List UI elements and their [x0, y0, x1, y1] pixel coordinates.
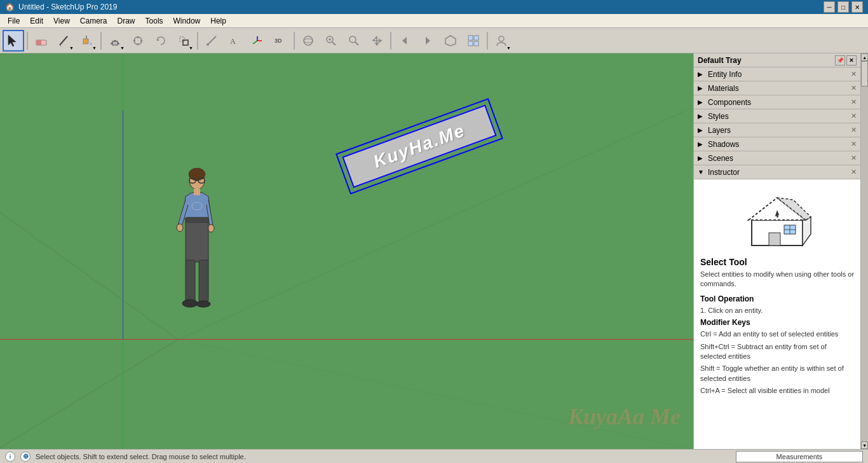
- tray-item-materials[interactable]: ▶ Materials ✕: [694, 81, 860, 95]
- paint-bucket-button[interactable]: ▼: [76, 30, 98, 52]
- svg-rect-2: [36, 40, 41, 45]
- components-close[interactable]: ✕: [851, 98, 857, 106]
- zoom-extents-button[interactable]: [343, 30, 365, 52]
- previous-view-button[interactable]: [394, 30, 416, 52]
- tape-measure-button[interactable]: [201, 30, 222, 52]
- viewport[interactable]: KuyHa.Me KuyaAa Me: [0, 53, 693, 449]
- right-panel-wrapper: Default Tray 📌 ✕ ▶ Entity Info ✕ ▶ Mater…: [693, 53, 868, 449]
- axes-button[interactable]: [247, 30, 268, 52]
- scroll-down-button[interactable]: ▼: [861, 441, 868, 449]
- next-view-button[interactable]: [417, 30, 438, 52]
- entity-info-close[interactable]: ✕: [851, 70, 857, 78]
- tray-item-components[interactable]: ▶ Components ✕: [694, 95, 860, 109]
- measurements-box[interactable]: Measurements: [736, 451, 863, 462]
- svg-point-56: [182, 300, 198, 307]
- svg-point-19: [207, 43, 209, 46]
- toolbar-separator-5: [390, 32, 391, 50]
- title-bar: 🏠 Untitled - SketchUp Pro 2019 ─ □ ✕: [0, 0, 868, 14]
- svg-point-6: [90, 43, 92, 45]
- maximize-button[interactable]: □: [837, 1, 849, 13]
- svg-marker-33: [402, 37, 407, 45]
- entity-info-arrow: ▶: [698, 71, 704, 78]
- select-tool-button[interactable]: [3, 30, 24, 52]
- styles-arrow: ▶: [698, 113, 704, 120]
- app-title: Untitled - SketchUp Pro 2019: [18, 3, 117, 11]
- svg-marker-35: [445, 36, 456, 46]
- tray-controls[interactable]: 📌 ✕: [835, 55, 857, 66]
- scroll-thumb[interactable]: [861, 61, 868, 86]
- svg-rect-9: [112, 41, 118, 45]
- 3d-text-button[interactable]: 3D: [269, 30, 291, 52]
- zoom-button[interactable]: [320, 30, 342, 52]
- instructor-title: Select Tool: [700, 257, 854, 267]
- menu-camera[interactable]: Camera: [75, 15, 112, 27]
- text-tool-button[interactable]: A: [224, 30, 245, 52]
- menu-view[interactable]: View: [48, 15, 75, 27]
- tray-item-shadows[interactable]: ▶ Shadows ✕: [694, 137, 860, 151]
- tray-item-layers[interactable]: ▶ Layers ✕: [694, 123, 860, 137]
- menu-tools[interactable]: Tools: [140, 15, 168, 27]
- cursor-icon: ⊕: [20, 452, 31, 462]
- menu-window[interactable]: Window: [168, 15, 206, 27]
- rotate-button[interactable]: [150, 30, 172, 52]
- svg-rect-39: [474, 41, 478, 46]
- close-button[interactable]: ✕: [851, 1, 863, 13]
- pan-button[interactable]: [366, 30, 388, 52]
- svg-rect-53: [186, 218, 208, 223]
- svg-marker-0: [8, 35, 16, 46]
- svg-rect-54: [186, 260, 195, 301]
- menu-edit[interactable]: Edit: [25, 15, 48, 27]
- tray-pin-button[interactable]: 📌: [835, 55, 845, 66]
- app-icon: 🏠: [5, 3, 15, 11]
- instructor-description: Select entities to modify when using oth…: [700, 270, 854, 289]
- layers-close[interactable]: ✕: [851, 126, 857, 134]
- eraser-tool-button[interactable]: [31, 30, 52, 52]
- right-panel: Default Tray 📌 ✕ ▶ Entity Info ✕ ▶ Mater…: [693, 53, 860, 449]
- instructor-label: Instructor: [708, 168, 740, 177]
- tray-item-instructor[interactable]: ▼ Instructor ✕: [694, 165, 860, 179]
- tray-item-styles[interactable]: ▶ Styles ✕: [694, 109, 860, 123]
- styles-close[interactable]: ✕: [851, 112, 857, 120]
- shadows-arrow: ▶: [698, 141, 704, 148]
- svg-text:3D: 3D: [275, 38, 282, 44]
- materials-close[interactable]: ✕: [851, 84, 857, 92]
- tray-item-entity-info[interactable]: ▶ Entity Info ✕: [694, 67, 860, 81]
- pencil-tool-button[interactable]: ▼: [53, 30, 75, 52]
- push-pull-button[interactable]: ▼: [104, 30, 126, 52]
- menu-draw[interactable]: Draw: [112, 15, 140, 27]
- scroll-track[interactable]: [861, 61, 868, 441]
- minimize-button[interactable]: ─: [824, 1, 835, 13]
- scale-button[interactable]: ▼: [173, 30, 194, 52]
- toolbar-separator-1: [27, 32, 28, 50]
- components-arrow: ▶: [698, 99, 704, 106]
- svg-point-25: [304, 36, 313, 45]
- title-bar-controls[interactable]: ─ □ ✕: [824, 1, 863, 13]
- tool-operation-title: Tool Operation: [700, 294, 854, 303]
- scenes-close[interactable]: ✕: [851, 154, 857, 162]
- model-button[interactable]: [440, 30, 461, 52]
- watermark-text: KuyaAa Me: [568, 403, 681, 430]
- menu-file[interactable]: File: [3, 15, 25, 27]
- orbit-button[interactable]: [297, 30, 319, 52]
- svg-point-26: [304, 39, 313, 43]
- account-button[interactable]: ▼: [491, 30, 512, 52]
- svg-point-31: [349, 36, 356, 43]
- shadows-close[interactable]: ✕: [851, 140, 857, 148]
- tray-title: Default Tray: [698, 56, 742, 65]
- toolbar-separator-4: [294, 32, 295, 50]
- tray-item-scenes[interactable]: ▶ Scenes ✕: [694, 151, 860, 165]
- menu-help[interactable]: Help: [205, 15, 231, 27]
- instructor-icon-area: [700, 188, 854, 252]
- styles-label: Styles: [708, 112, 729, 121]
- main-area: KuyHa.Me KuyaAa Me Default Tray 📌 ✕ ▶ En…: [0, 53, 868, 449]
- status-text: Select objects. Shift to extend select. …: [36, 453, 246, 460]
- tray-header: Default Tray 📌 ✕: [694, 53, 860, 67]
- components-label: Components: [708, 98, 751, 107]
- scroll-up-button[interactable]: ▲: [861, 53, 868, 61]
- entity-info-label: Entity Info: [708, 70, 742, 79]
- move-button[interactable]: [127, 30, 149, 52]
- tray-close-button[interactable]: ✕: [846, 55, 857, 66]
- components-panel-button[interactable]: [463, 30, 484, 52]
- instructor-close[interactable]: ✕: [851, 168, 857, 176]
- right-panel-scrollbar[interactable]: ▲ ▼: [860, 53, 868, 449]
